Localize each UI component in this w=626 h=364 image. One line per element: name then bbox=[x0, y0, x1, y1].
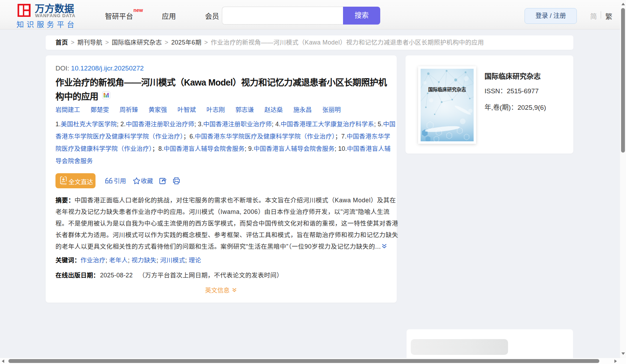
svg-text:国际临床研究杂志: 国际临床研究杂志 bbox=[428, 87, 466, 92]
svg-text:free: free bbox=[61, 182, 67, 185]
